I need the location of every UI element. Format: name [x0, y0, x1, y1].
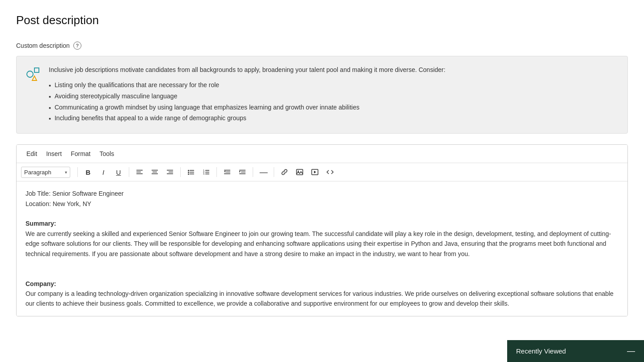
- toolbar-divider: [180, 167, 181, 177]
- indent-button[interactable]: [236, 166, 249, 178]
- job-title-line: Job Title: Senior Software Engineer: [25, 189, 619, 198]
- svg-rect-11: [167, 173, 173, 174]
- company-text: Our company is a leading technology-driv…: [25, 289, 619, 309]
- editor-toolbar: Paragraph ▾ B I U: [17, 163, 627, 181]
- list-item: Communicating a growth mindset by using …: [49, 102, 617, 114]
- svg-rect-9: [167, 170, 173, 171]
- custom-description-label: Custom description ?: [16, 42, 628, 50]
- recently-viewed-label: Recently Viewed: [516, 347, 566, 355]
- svg-rect-3: [136, 170, 143, 171]
- bold-button[interactable]: B: [81, 166, 95, 178]
- editor-content-area[interactable]: Job Title: Senior Software Engineer Loca…: [17, 181, 627, 316]
- svg-point-0: [27, 71, 33, 77]
- svg-marker-31: [239, 171, 241, 173]
- svg-rect-25: [226, 172, 230, 173]
- svg-rect-17: [190, 174, 194, 175]
- company-heading: Company:: [25, 279, 619, 289]
- info-banner-content: Inclusive job descriptions motivate cand…: [49, 65, 617, 124]
- underline-button[interactable]: U: [112, 166, 125, 178]
- svg-rect-30: [239, 173, 246, 174]
- info-banner: Inclusive job descriptions motivate cand…: [16, 56, 628, 134]
- numbered-list-button[interactable]: 1. 2. 3.: [199, 166, 213, 178]
- svg-marker-2: [32, 76, 37, 80]
- svg-rect-6: [152, 170, 158, 171]
- info-banner-list: Listing only the qualifications that are…: [49, 80, 617, 124]
- list-item: Avoiding stereotypically masculine langu…: [49, 91, 617, 102]
- toolbar-divider: [216, 167, 217, 177]
- italic-button[interactable]: I: [97, 166, 110, 178]
- horizontal-rule-button[interactable]: —: [257, 166, 270, 178]
- insert-link-button[interactable]: [278, 166, 291, 178]
- summary-text: We are currently seeking a skilled and e…: [25, 229, 619, 259]
- svg-marker-35: [314, 171, 316, 173]
- insert-code-button[interactable]: [323, 166, 337, 178]
- menu-format[interactable]: Format: [66, 148, 95, 159]
- bullet-list-button[interactable]: [184, 166, 198, 178]
- editor-menubar: Edit Insert Format Tools: [17, 145, 627, 163]
- svg-rect-29: [241, 172, 246, 173]
- menu-tools[interactable]: Tools: [95, 148, 119, 159]
- svg-rect-8: [152, 173, 158, 174]
- toolbar-divider: [253, 167, 253, 177]
- svg-rect-19: [205, 170, 209, 171]
- toolbar-divider: [77, 167, 78, 177]
- rich-text-editor: Edit Insert Format Tools Paragraph ▾ B I…: [16, 144, 628, 316]
- summary-heading: Summary:: [25, 219, 619, 228]
- paragraph-style-label: Paragraph: [24, 169, 51, 176]
- svg-rect-10: [169, 172, 173, 173]
- location-line: Location: New York, NY: [25, 199, 619, 209]
- diversity-icon: [25, 65, 42, 124]
- svg-rect-32: [297, 169, 303, 175]
- align-center-button[interactable]: [148, 166, 161, 178]
- svg-rect-15: [190, 172, 194, 173]
- svg-rect-5: [136, 173, 143, 174]
- svg-rect-26: [224, 173, 230, 174]
- custom-description-text: Custom description: [16, 42, 70, 49]
- insert-image-button[interactable]: [293, 166, 306, 178]
- paragraph-style-select[interactable]: Paragraph ▾: [21, 167, 70, 178]
- close-icon[interactable]: —: [627, 346, 635, 356]
- outdent-button[interactable]: [220, 166, 234, 178]
- toolbar-divider: [274, 167, 274, 177]
- svg-rect-4: [136, 172, 141, 173]
- svg-rect-21: [205, 172, 209, 173]
- svg-point-12: [188, 170, 189, 171]
- svg-point-16: [188, 173, 189, 175]
- svg-rect-7: [153, 172, 157, 173]
- svg-marker-27: [224, 171, 225, 173]
- chevron-down-icon: ▾: [65, 170, 67, 175]
- align-left-button[interactable]: [133, 166, 146, 178]
- recently-viewed-panel[interactable]: Recently Viewed —: [507, 340, 644, 362]
- help-icon[interactable]: ?: [73, 42, 81, 50]
- svg-rect-23: [205, 174, 209, 175]
- svg-rect-1: [34, 68, 39, 72]
- align-right-button[interactable]: [163, 166, 177, 178]
- list-item: Listing only the qualifications that are…: [49, 80, 617, 91]
- svg-point-14: [188, 172, 189, 173]
- menu-edit[interactable]: Edit: [22, 148, 42, 159]
- info-banner-text: Inclusive job descriptions motivate cand…: [49, 65, 617, 75]
- svg-rect-28: [239, 170, 246, 171]
- svg-rect-13: [190, 170, 194, 171]
- toolbar-divider: [129, 167, 129, 177]
- list-item: Including benefits that appeal to a wide…: [49, 113, 617, 124]
- svg-rect-24: [224, 170, 230, 171]
- insert-media-button[interactable]: [308, 166, 322, 178]
- page-title: Post description: [16, 13, 628, 27]
- menu-insert[interactable]: Insert: [42, 148, 66, 159]
- svg-text:3.: 3.: [203, 173, 205, 175]
